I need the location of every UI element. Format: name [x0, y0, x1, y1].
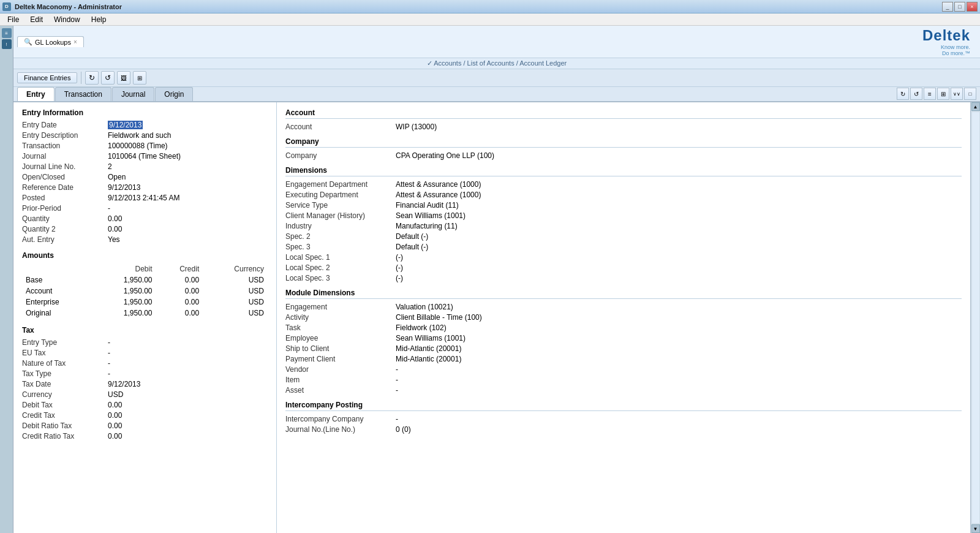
journal-no-label: Journal No.(Line No.): [285, 425, 396, 434]
vendor-label: Vendor: [285, 365, 396, 374]
field-service-type: Service Type Financial Audit (11): [285, 201, 962, 210]
industry-value: Manufacturing (11): [396, 222, 458, 230]
tab-entry[interactable]: Entry: [17, 87, 55, 101]
enterprise-credit: 0.00: [156, 297, 203, 308]
base-debit: 1,950.00: [93, 274, 156, 285]
deltek-brand: Deltek: [922, 27, 970, 44]
toolbar-image-btn[interactable]: 🖼: [117, 71, 130, 85]
subtab-list-btn[interactable]: ≡: [924, 88, 936, 100]
journal-label: Journal: [22, 152, 108, 161]
task-value: Fieldwork (102): [396, 323, 447, 332]
original-credit: 0.00: [156, 308, 203, 319]
service-type-label: Service Type: [285, 201, 396, 210]
tab-transaction[interactable]: Transaction: [55, 87, 111, 101]
field-currency: Currency USD: [22, 390, 268, 399]
engagement-value: Valuation (10021): [396, 303, 453, 311]
header-area: 🔍 GL Lookups × Deltek Know more. Do more…: [13, 26, 980, 58]
local-spec1-value: (-): [396, 253, 403, 262]
field-quantity: Quantity 0.00: [22, 214, 268, 223]
field-credit-tax: Credit Tax 0.00: [22, 411, 268, 420]
sub-tab-bar: Entry Transaction Journal Origin ↻ ↺ ≡ ⊞…: [13, 87, 980, 102]
sidebar-icon-nav[interactable]: !: [2, 39, 12, 49]
subtab-collapse-btn[interactable]: ∨∨: [951, 88, 963, 100]
right-scrollbar[interactable]: ▲ ▼: [970, 102, 980, 533]
executing-dept-label: Executing Department: [285, 191, 396, 199]
field-client-manager: Client Manager (History) Sean Williams (…: [285, 211, 962, 220]
toolbar-refresh-btn[interactable]: ↻: [85, 71, 99, 85]
debit-tax-label: Debit Tax: [22, 401, 108, 409]
subtab-grid-btn[interactable]: ⊞: [937, 88, 949, 100]
col-header-item: [22, 263, 93, 274]
content-area: Entry Information Entry Date 9/12/2013 E…: [13, 102, 980, 533]
module-dimensions-header: Module Dimensions: [285, 289, 962, 299]
field-aut-entry: Aut. Entry Yes: [22, 235, 268, 244]
field-transaction: Transaction 100000088 (Time): [22, 142, 268, 150]
debit-ratio-tax-value: 0.00: [108, 421, 122, 430]
journal-no-value: 0 (0): [396, 425, 411, 434]
left-panel: Entry Information Entry Date 9/12/2013 E…: [13, 102, 277, 533]
transaction-value: 100000088 (Time): [108, 142, 168, 150]
quantity2-label: Quantity 2: [22, 225, 108, 233]
subtab-refresh-btn[interactable]: ↻: [897, 88, 909, 100]
credit-tax-label: Credit Tax: [22, 411, 108, 420]
dimensions-section-header: Dimensions: [285, 166, 962, 176]
tab-journal[interactable]: Journal: [112, 87, 154, 101]
minimize-button[interactable]: _: [942, 2, 953, 12]
intercompany-company-value: -: [396, 415, 398, 423]
field-open-closed: Open/Closed Open: [22, 173, 268, 181]
field-reference-date: Reference Date 9/12/2013: [22, 183, 268, 192]
base-label: Base: [22, 274, 93, 285]
close-button[interactable]: ×: [967, 2, 978, 12]
field-debit-ratio-tax: Debit Ratio Tax 0.00: [22, 421, 268, 430]
scroll-up-btn[interactable]: ▲: [971, 102, 980, 111]
amounts-table: Debit Credit Currency Base 1,950.00 0.00…: [22, 263, 268, 319]
tax-type-value: -: [108, 369, 110, 378]
field-vendor: Vendor -: [285, 365, 962, 374]
title-bar-controls: _ □ ×: [942, 2, 978, 12]
field-industry: Industry Manufacturing (11): [285, 222, 962, 230]
open-closed-value: Open: [108, 173, 126, 181]
menu-file[interactable]: File: [2, 15, 24, 25]
sidebar-icon-main[interactable]: ≡: [2, 28, 12, 38]
debit-tax-value: 0.00: [108, 401, 122, 409]
field-journal: Journal 1010064 (Time Sheet): [22, 152, 268, 161]
transaction-label: Transaction: [22, 142, 108, 150]
entry-description-label: Entry Description: [22, 131, 108, 140]
asset-value: -: [396, 386, 398, 395]
eu-tax-value: -: [108, 349, 110, 357]
field-entry-description: Entry Description Fieldwork and such: [22, 131, 268, 140]
intercompany-company-label: Intercompany Company: [285, 415, 396, 423]
local-spec2-value: (-): [396, 263, 403, 272]
tab-origin[interactable]: Origin: [155, 87, 193, 101]
service-type-value: Financial Audit (11): [396, 201, 459, 210]
field-journal-no: Journal No.(Line No.) 0 (0): [285, 425, 962, 434]
tab-close-btn[interactable]: ×: [74, 39, 77, 45]
entry-date-label: Entry Date: [22, 121, 108, 129]
quantity-label: Quantity: [22, 214, 108, 223]
account-value: WIP (13000): [396, 123, 437, 131]
toolbar-undo-btn[interactable]: ↺: [101, 71, 115, 85]
menu-edit[interactable]: Edit: [25, 15, 48, 25]
toolbar-grid-btn[interactable]: ⊞: [133, 71, 146, 85]
field-journal-line-no: Journal Line No. 2: [22, 162, 268, 171]
enterprise-currency: USD: [203, 297, 268, 308]
menu-help[interactable]: Help: [86, 15, 111, 25]
employee-value: Sean Williams (1001): [396, 334, 466, 342]
col-header-currency: Currency: [203, 263, 268, 274]
subtab-expand-btn[interactable]: □: [964, 88, 976, 100]
scroll-down-btn[interactable]: ▼: [971, 524, 980, 533]
vendor-value: -: [396, 365, 398, 374]
activity-value: Client Billable - Time (100): [396, 313, 482, 322]
credit-tax-value: 0.00: [108, 411, 122, 420]
menu-window[interactable]: Window: [49, 15, 85, 25]
account-amt-currency: USD: [203, 285, 268, 297]
finance-entries-btn[interactable]: Finance Entries: [17, 72, 77, 83]
field-local-spec3: Local Spec. 3 (-): [285, 274, 962, 282]
tab-gl-lookups[interactable]: 🔍 GL Lookups ×: [17, 36, 84, 47]
field-intercompany-company: Intercompany Company -: [285, 415, 962, 423]
spec2-value: Default (-): [396, 232, 428, 241]
app-icon: D: [2, 2, 11, 11]
subtab-undo-btn[interactable]: ↺: [910, 88, 922, 100]
original-currency: USD: [203, 308, 268, 319]
maximize-button[interactable]: □: [954, 2, 965, 12]
